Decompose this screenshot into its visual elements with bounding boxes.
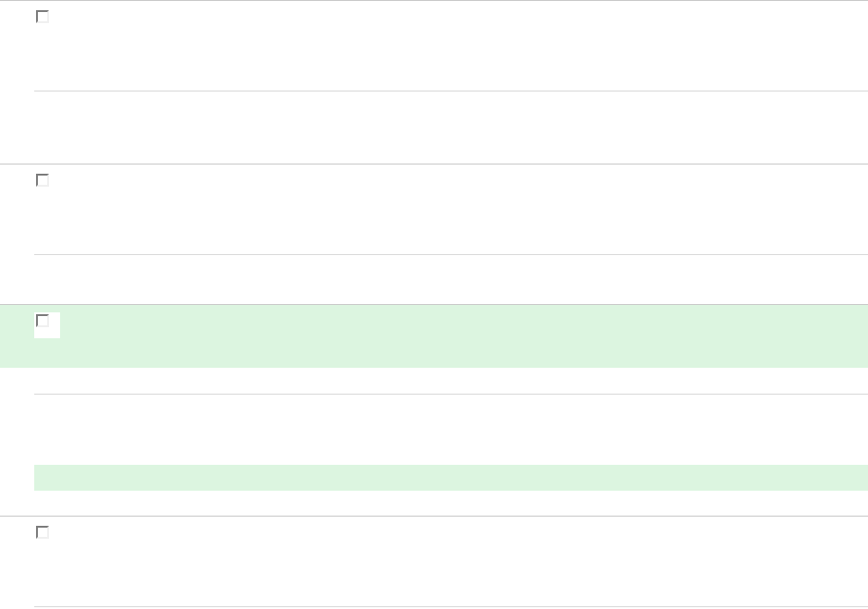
list-segment [0, 164, 868, 305]
segment-header-area [0, 164, 868, 254]
list-container [0, 0, 868, 609]
gap [0, 491, 868, 516]
list-segment [0, 517, 868, 609]
placeholder-icon[interactable] [34, 8, 51, 25]
segment-body-area [0, 395, 868, 465]
segment-header-area [0, 1, 868, 91]
segment-header-area [0, 517, 868, 606]
placeholder-icon[interactable] [34, 524, 51, 541]
list-segment-highlighted [0, 305, 868, 517]
highlight-strip [34, 465, 868, 491]
segment-body-area [34, 91, 868, 164]
segment-header-area-highlighted [0, 305, 868, 368]
placeholder-icon[interactable] [34, 172, 51, 189]
gap [0, 368, 868, 394]
list-segment [0, 1, 868, 164]
placeholder-icon[interactable] [34, 312, 51, 329]
segment-body-area [34, 255, 868, 304]
icon-white-wrap [34, 312, 60, 338]
